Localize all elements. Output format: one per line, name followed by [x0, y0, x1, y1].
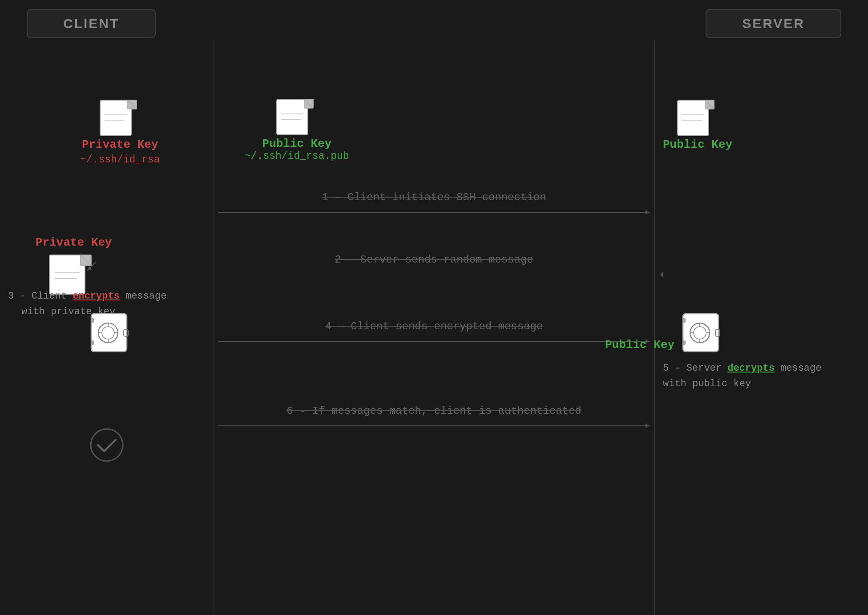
svg-rect-34 [91, 318, 94, 323]
private-key-path: ~/.ssh/id_rsa [80, 154, 160, 166]
private-key-icon: Private Key ~/.ssh/id_rsa [80, 98, 160, 166]
step5-decrypts: decrypts [727, 363, 775, 374]
svg-rect-36 [683, 314, 719, 352]
svg-rect-44 [683, 318, 686, 323]
step6-arrow [218, 425, 650, 426]
step6-label: 6 - If messages match, client is authent… [287, 405, 581, 417]
private-key-doc-svg [96, 98, 145, 138]
step3-label: 3 - Client encrypts message with private… [8, 288, 166, 320]
public-key-doc-svg [272, 97, 321, 137]
client-panel: CLIENT [27, 9, 156, 38]
step2-label: 2 - Server sends random message [335, 254, 533, 266]
public-key-server-icon-top: Public Key [663, 98, 732, 151]
step4-label: 4 - Client sends encrypted message [325, 320, 543, 332]
private-key-step2-label: Private Key [36, 236, 112, 249]
public-key-client-icon: Public Key ~/.ssh/id_rsa.pub [245, 97, 349, 162]
public-key-server-label-top: Public Key [663, 138, 732, 151]
safe-client-svg [89, 312, 133, 356]
right-column-line [654, 40, 655, 615]
svg-rect-26 [91, 314, 127, 352]
checkmark-svg [89, 427, 125, 463]
server-panel: SERVER [706, 9, 841, 38]
svg-rect-12 [678, 100, 709, 136]
svg-rect-6 [277, 99, 308, 135]
step1-label: 1 - Client initiates SSH connection [322, 191, 546, 203]
step3-encrypts: encrypts [73, 291, 120, 302]
safe-server-svg [681, 312, 725, 356]
step1-arrow [218, 212, 650, 213]
public-key-step4-label: Public Key [605, 338, 674, 352]
encrypted-safe-client [89, 312, 133, 358]
left-column-line [214, 40, 214, 615]
step5-label: 5 - Server decrypts message with public … [663, 360, 821, 392]
authenticated-icon [89, 427, 125, 465]
private-key-label: Private Key [82, 138, 158, 151]
svg-rect-0 [100, 100, 131, 136]
svg-rect-35 [91, 340, 94, 345]
encrypted-safe-server [681, 312, 725, 358]
public-key-server-doc-svg [673, 98, 722, 138]
public-key-client-path: ~/.ssh/id_rsa.pub [245, 150, 349, 162]
svg-rect-45 [683, 340, 686, 345]
step4-arrow [218, 341, 650, 342]
svg-point-46 [91, 429, 123, 461]
public-key-client-label: Public Key [262, 137, 331, 150]
